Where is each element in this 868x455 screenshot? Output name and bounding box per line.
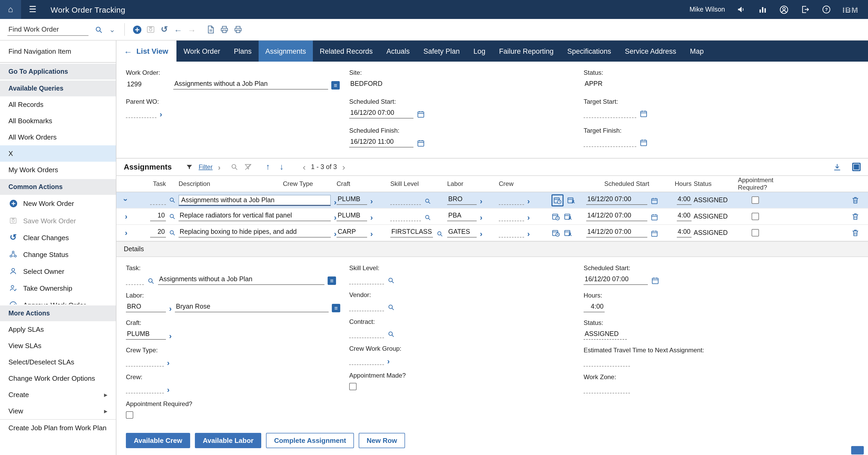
labor-field[interactable]: BRO [447,195,477,205]
hours-field[interactable]: 4:00 [677,195,691,205]
advanced-search-dropdown[interactable] [105,23,119,36]
description-field[interactable]: Assignments without a Job Plan [179,195,331,206]
back-to-list-view[interactable]: ←List View [116,40,177,62]
find-search-button[interactable] [92,23,105,36]
tab-log[interactable]: Log [467,40,492,62]
tab-plans[interactable]: Plans [227,40,258,62]
crew-select-icon[interactable] [167,386,169,393]
calendar-icon[interactable] [650,230,658,237]
download-icon[interactable] [833,162,842,171]
craft-field[interactable]: PLUMB [126,330,166,340]
skill-lookup-icon[interactable] [424,197,431,204]
labor-field[interactable]: GATES [447,228,477,237]
crew-type-select-icon[interactable] [334,198,337,206]
task-field[interactable] [126,276,144,285]
common-actions-section[interactable]: Common Actions [0,179,116,195]
reschedule-assignment-icon[interactable] [552,212,560,221]
filter-link[interactable]: Filter [198,163,213,171]
crew-type-select-icon[interactable] [167,359,169,366]
action-change-work-order-options[interactable]: Change Work Order Options [0,370,116,387]
action-approve-work-order[interactable]: Approve Work Order [0,296,116,304]
delete-row-icon[interactable] [851,212,860,221]
available-queries-section[interactable]: Available Queries [0,80,116,96]
hamburger-menu-button[interactable] [21,0,44,19]
table-row[interactable]: Assignments without a Job Plan PLUMB BRO… [116,192,868,208]
action-new-work-order[interactable]: New Work Order [0,195,116,212]
table-row[interactable]: 20 Replacing boxing to hide pipes, and a… [116,225,868,241]
home-button[interactable] [0,0,21,19]
vendor-lookup-icon[interactable] [387,303,395,311]
labor-select-icon[interactable] [480,213,483,221]
table-search-icon[interactable] [230,163,238,171]
crew-select-icon[interactable] [527,197,530,204]
query-my-work-orders[interactable]: My Work Orders [0,162,116,178]
tab-safety-plan[interactable]: Safety Plan [416,40,467,62]
col-status[interactable]: Status [691,180,728,188]
crew-type-select-icon[interactable] [334,213,337,221]
query-all-work-orders[interactable]: All Work Orders [0,129,116,145]
row-collapse-icon[interactable] [122,198,130,201]
tab-service-address[interactable]: Service Address [618,40,683,62]
labor-name-field[interactable]: Bryan Rose [175,303,329,312]
run-report-button[interactable] [204,23,218,36]
craft-field[interactable]: PLUMB [337,195,367,205]
next-record-button[interactable] [185,23,198,36]
next-page-icon[interactable] [342,162,345,171]
skill-lookup-icon[interactable] [436,230,443,237]
print-with-attachments-button[interactable] [231,23,245,36]
parent-wo-field[interactable] [126,109,156,118]
maximize-table-icon[interactable] [852,163,861,171]
calendar-icon[interactable] [416,139,425,148]
action-clear-changes[interactable]: Clear Changes [0,229,116,246]
labor-select-icon[interactable] [169,304,172,312]
action-view-slas[interactable]: View SLAs [0,337,116,354]
skill-level-field[interactable] [390,212,421,221]
announcements-button[interactable] [737,5,746,14]
contract-lookup-icon[interactable] [387,330,395,338]
task-field[interactable] [150,196,166,204]
tab-specifications[interactable]: Specifications [560,40,618,62]
calendar-icon[interactable] [651,277,659,285]
work-order-number[interactable]: 1299 [126,80,170,90]
labor-code-field[interactable]: BRO [126,303,166,312]
col-task[interactable]: Task [138,180,166,188]
help-button[interactable] [822,5,831,14]
task-field[interactable]: 10 [150,212,166,221]
scheduled-start-field[interactable]: 16/12/20 07:00 [584,275,648,285]
more-actions-section[interactable]: More Actions [0,305,116,321]
scroll-corner-button[interactable] [851,446,864,454]
complete-assignment-button[interactable]: Complete Assignment [266,433,354,448]
previous-page-icon[interactable] [303,162,306,171]
reschedule-assignment-icon[interactable] [552,228,560,237]
appointment-required-checkbox[interactable] [752,213,759,220]
labor-select-icon[interactable] [480,230,483,237]
action-create-job-plan[interactable]: Create Job Plan from Work Plan [0,419,116,436]
crew-type-select-icon[interactable] [334,230,337,237]
long-description-icon[interactable] [331,81,340,90]
description-field[interactable]: Replacing boxing to hide pipes, and add [179,228,331,237]
reassign-icon[interactable] [564,212,572,221]
col-appointment-required[interactable]: Appointment Required? [728,176,798,191]
col-crew-type[interactable]: Crew Type [283,180,337,188]
scheduled-start-field[interactable]: 16/12/20 07:00 [586,195,647,205]
craft-select-icon[interactable] [169,332,172,340]
task-lookup-icon[interactable] [168,229,176,236]
available-crew-button[interactable]: Available Crew [126,433,190,448]
task-field[interactable]: 20 [150,228,166,237]
sign-out-button[interactable] [800,5,810,14]
craft-field[interactable]: PLUMB [337,212,367,221]
appointment-required-checkbox[interactable] [752,229,759,236]
calendar-icon[interactable] [416,110,425,119]
crew-type-field[interactable] [126,358,164,366]
task-lookup-icon[interactable] [147,277,155,285]
action-view-submenu[interactable]: View▸ [0,403,116,419]
action-select-deselect-slas[interactable]: Select/Deselect SLAs [0,354,116,370]
crew-select-icon[interactable] [527,229,530,237]
crew-select-icon[interactable] [527,213,530,221]
query-all-bookmarks[interactable]: All Bookmarks [0,113,116,129]
reschedule-assignment-icon[interactable] [552,194,564,206]
tab-map[interactable]: Map [683,40,711,62]
action-create-submenu[interactable]: Create▸ [0,387,116,403]
appointment-required-checkbox[interactable] [126,411,133,419]
crew-work-group-field[interactable] [349,356,384,365]
